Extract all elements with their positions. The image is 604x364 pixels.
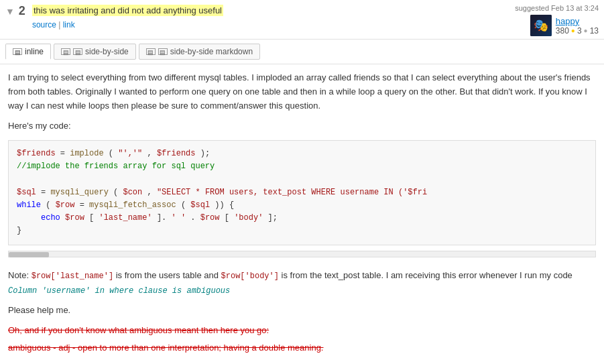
code-var-friends2: $friends [157, 149, 196, 158]
suggestion-text: this was irritating and did not add anyt… [25, 4, 491, 31]
top-bar: ▼ 2 this was irritating and did not add … [0, 0, 604, 40]
code-line-sql: $sql = mysqli_query ( $con , "SELECT * F… [17, 186, 587, 199]
code-body: 'body' [234, 213, 263, 223]
tabs-bar: ▤ inline ▤ ▤ side-by-side ▤ ▤ side-by-si… [0, 40, 604, 64]
reputation: 380 [556, 26, 569, 36]
code-line-close: } [17, 225, 587, 237]
note-paragraph: Note: $row['last_name'] is from the user… [8, 268, 596, 298]
code-last-name: 'last_name' [99, 213, 152, 223]
user-card: happy 380 ● 3 ● 13 [530, 15, 599, 36]
content-area: I am trying to select everything from tw… [0, 64, 604, 264]
code-bracket3: [ [225, 213, 229, 223]
code-var-sql2: $sql [190, 200, 210, 210]
code-line-echo: echo $row [ 'last_name' ]. ' ' . $row [ … [17, 212, 587, 225]
note-area: Note: $row['last_name'] is from the user… [0, 264, 604, 365]
main-suggestion-text: this was irritating and did not add anyt… [32, 4, 485, 17]
code-indent [17, 213, 36, 223]
code-line-while: while ( $row = mysqli_fetch_assoc ( $sql… [17, 199, 587, 212]
code-space-str: ' ' [171, 213, 190, 223]
badge-gold-icon: ● [571, 27, 575, 34]
note-mid2: is from the text_post table. I am receiv… [282, 270, 572, 280]
code-blank-line [17, 174, 587, 186]
code-while-arg: ( [181, 200, 186, 210]
code-var-row: $row [56, 200, 75, 210]
code-sql-string: "SELECT * FROM users, text_post WHERE us… [157, 188, 427, 197]
avatar-image [530, 15, 552, 36]
user-details: happy 380 ● 3 ● 13 [556, 16, 599, 36]
code-func-implode: implode [70, 149, 103, 158]
code-while-paren: ( [46, 200, 50, 210]
note-code-body: $row['body'] [221, 271, 279, 281]
code-block[interactable]: $friends = implode ( "','" , $friends );… [8, 140, 596, 245]
code-sql-paren: ( [113, 188, 118, 197]
tab-inline[interactable]: ▤ inline [5, 44, 51, 60]
tab-side-by-side[interactable]: ▤ ▤ side-by-side [54, 44, 136, 60]
source-links: source | link [32, 19, 485, 31]
user-info: suggested Feb 13 at 3:24 happy 380 ● 3 ●… [491, 4, 599, 36]
code-str-delim: "','" [118, 149, 142, 158]
note-code-last-name: $row['last_name'] [32, 271, 113, 281]
badge-bronze-count: 13 [590, 26, 599, 36]
code-var-row2: $row [65, 213, 84, 223]
tab-inline-icon: ▤ [13, 48, 22, 55]
code-brace-close: } [17, 226, 21, 235]
code-comment-text: //implode the friends array for sql quer… [17, 162, 215, 171]
code-comma: , [147, 149, 156, 158]
code-paren-close: ); [200, 149, 210, 158]
vote-count: 2 [19, 4, 25, 18]
code-line-comment: //implode the friends array for sql quer… [17, 160, 587, 173]
code-var-row3: $row [200, 213, 220, 223]
highlighted-suggestion: this was irritating and did not add anyt… [32, 5, 223, 16]
note-prefix: Note: [8, 270, 32, 280]
note-mid1: is from the users table and [116, 270, 221, 280]
tab-sbs-icon1: ▤ [61, 48, 70, 55]
deleted-line-1: Oh, and if you don't know what ambiguous… [8, 323, 596, 338]
badge-silver-icon: ● [584, 27, 588, 34]
please-paragraph: Please help me. [8, 303, 596, 318]
source-link[interactable]: source [32, 20, 56, 29]
code-paren: ( [109, 149, 113, 158]
tab-sbsmd-icon2: ▤ [158, 48, 168, 55]
suggested-date: suggested Feb 13 at 3:24 [515, 4, 599, 12]
avatar [530, 15, 552, 36]
code-while-kw: while [17, 200, 41, 210]
code-bracket2: ]. [157, 213, 166, 223]
code-while-close: )) { [215, 200, 234, 210]
code-bracket4: ]; [268, 213, 278, 223]
code-bracket1: [ [89, 213, 94, 223]
code-while-assign: = [80, 200, 89, 210]
tab-side-by-side-markdown[interactable]: ▤ ▤ side-by-side markdown [139, 44, 260, 60]
vote-down-icon[interactable]: ▼ [5, 6, 15, 17]
username[interactable]: happy [556, 16, 599, 26]
code-scrollbar[interactable] [8, 251, 596, 257]
tab-sbsmd-icon1: ▤ [146, 48, 156, 55]
code-concat: . [190, 213, 200, 223]
code-var-sql: $sql [17, 188, 36, 197]
code-echo-kw: echo [41, 213, 60, 223]
tab-sbs-icon2: ▤ [73, 48, 82, 55]
link-link[interactable]: link [63, 20, 75, 29]
tab-inline-label: inline [25, 47, 44, 56]
code-func-query: mysqli_query [50, 188, 108, 197]
code-func-fetch: mysqli_fetch_assoc [89, 200, 176, 210]
code-var-con: $con [123, 188, 142, 197]
tab-sbs-label: side-by-side [85, 47, 129, 56]
paragraph2: Here's my code: [8, 119, 596, 133]
paragraph1: I am trying to select everything from tw… [8, 71, 596, 113]
note-error-code: Column 'username' in where clause is amb… [8, 286, 230, 296]
code-sql-assign: = [41, 188, 50, 197]
code-assign: = [60, 149, 70, 158]
deleted-line-2: ambiguous - adj - open to more than one … [8, 341, 596, 355]
scrollbar-thumb[interactable] [9, 252, 49, 257]
code-line-1: $friends = implode ( "','" , $friends ); [17, 147, 587, 160]
code-var-friends: $friends [17, 149, 56, 158]
deleted-content: Oh, and if you don't know what ambiguous… [8, 323, 596, 355]
user-badges: 380 ● 3 ● 13 [556, 26, 599, 36]
code-sql-comma: , [147, 188, 156, 197]
tab-sbsmd-label: side-by-side markdown [170, 47, 253, 56]
vote-area: ▼ 2 [5, 4, 25, 18]
badge-silver-count: 3 [577, 26, 582, 36]
